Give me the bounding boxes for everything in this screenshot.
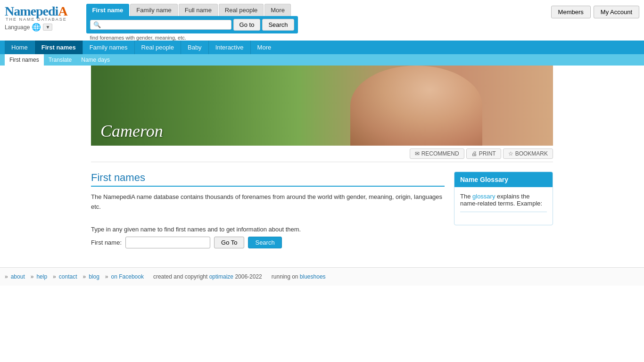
language-label: Language xyxy=(5,24,30,31)
tab-family-name[interactable]: Family name xyxy=(130,4,177,16)
hero-person-figure xyxy=(350,66,482,146)
nav-first-names[interactable]: First names xyxy=(35,41,83,54)
glossary-divider xyxy=(460,212,547,212)
print-button[interactable]: 🖨 PRINT xyxy=(466,148,501,159)
main-content: First names The NamepediA name database … xyxy=(91,162,553,267)
account-buttons: Members My Account xyxy=(551,6,639,18)
subnav-translate[interactable]: Translate xyxy=(44,54,77,66)
first-name-goto-button[interactable]: Go To xyxy=(214,237,244,248)
email-icon: ✉ xyxy=(415,150,420,157)
tab-first-name[interactable]: First name xyxy=(86,4,130,16)
recommend-button[interactable]: ✉ RECOMMEND xyxy=(410,148,464,159)
footer-sep-4: » xyxy=(105,273,108,280)
tab-more[interactable]: More xyxy=(264,4,291,16)
goto-button[interactable]: Go to xyxy=(233,19,261,31)
first-name-search-button[interactable]: Search xyxy=(248,237,281,248)
search-box: 🔍 Go to Search xyxy=(86,16,298,33)
recommend-label: RECOMMEND xyxy=(421,150,459,157)
tab-full-name[interactable]: Full name xyxy=(179,4,218,16)
bookmark-label: BOOKMARK xyxy=(515,150,548,157)
running-link[interactable]: blueshoes xyxy=(300,273,326,280)
sub-nav: First names Translate Name days xyxy=(0,54,644,66)
language-selector[interactable]: Language 🌐 ▼ xyxy=(5,23,67,32)
search-hint: find forenames with gender, meaning, etc… xyxy=(90,35,186,41)
first-name-input[interactable] xyxy=(125,237,210,248)
logo-subtitle: THE NAME DATABASE xyxy=(6,17,67,22)
intro-text: The NamepediA name database contains tho… xyxy=(91,192,445,212)
glossary-body: The glossary explains the name-related t… xyxy=(454,187,553,225)
my-account-button[interactable]: My Account xyxy=(594,6,639,18)
running-text: running on xyxy=(272,273,298,280)
footer-link-blog[interactable]: blog xyxy=(89,273,99,280)
sidebar: Name Glossary The glossary explains the … xyxy=(454,172,553,258)
nav-interactive[interactable]: Interactive xyxy=(209,41,251,54)
search-button[interactable]: Search xyxy=(262,19,294,31)
search-input-wrapper: 🔍 xyxy=(90,20,231,30)
hero-banner: Cameron xyxy=(91,66,553,146)
copyright-link[interactable]: optimaize xyxy=(209,273,233,280)
first-name-row: First name: Go To Search xyxy=(91,237,445,248)
footer-link-about[interactable]: about xyxy=(11,273,25,280)
hero-name: Cameron xyxy=(100,121,163,141)
tab-real-people[interactable]: Real people xyxy=(219,4,264,16)
search-icon: 🔍 xyxy=(93,21,101,28)
subnav-first-names[interactable]: First names xyxy=(5,54,44,66)
search-tabs: First name Family name Full name Real pe… xyxy=(86,4,291,16)
footer-sep-1: » xyxy=(31,273,34,280)
footer-sep-2: » xyxy=(53,273,56,280)
glossary-header: Name Glossary xyxy=(454,172,553,187)
account-area: Members My Account xyxy=(551,6,639,18)
main-nav: Home First names Family names Real peopl… xyxy=(0,41,644,54)
footer-sep-3: » xyxy=(83,273,86,280)
search-input[interactable] xyxy=(103,21,228,28)
print-icon: 🖨 xyxy=(471,150,477,157)
members-button[interactable]: Members xyxy=(551,6,591,18)
copyright-text: created and copyright xyxy=(153,273,207,280)
glossary-text-before: The xyxy=(460,193,472,200)
print-label: PRINT xyxy=(479,150,496,157)
footer-copyright: created and copyright optimaize 2006-202… xyxy=(153,273,262,280)
subnav-name-days[interactable]: Name days xyxy=(76,54,115,66)
actions-bar: ✉ RECOMMEND 🖨 PRINT ☆ BOOKMARK xyxy=(91,146,553,162)
site-logo[interactable]: NamepediA THE NAME DATABASE xyxy=(5,4,67,22)
content-area: First names The NamepediA name database … xyxy=(91,172,445,258)
nav-baby[interactable]: Baby xyxy=(181,41,209,54)
footer-running: running on blueshoes xyxy=(272,273,326,280)
first-name-label: First name: xyxy=(91,239,122,246)
footer-link-help[interactable]: help xyxy=(36,273,47,280)
footer-link-contact[interactable]: contact xyxy=(59,273,77,280)
page-title: First names xyxy=(91,172,445,187)
star-icon: ☆ xyxy=(508,150,513,157)
language-dropdown-arrow[interactable]: ▼ xyxy=(43,24,52,31)
nav-real-people[interactable]: Real people xyxy=(135,41,181,54)
footer-sep-0: » xyxy=(5,273,8,280)
footer-links: » about » help » contact » blog » on Fac… xyxy=(5,273,144,280)
footer-link-facebook[interactable]: on Facebook xyxy=(111,273,144,280)
glossary-box: Name Glossary The glossary explains the … xyxy=(454,172,553,225)
globe-icon: 🌐 xyxy=(32,23,41,32)
nav-more[interactable]: More xyxy=(251,41,278,54)
glossary-link[interactable]: glossary xyxy=(472,193,495,200)
footer: » about » help » contact » blog » on Fac… xyxy=(0,267,644,286)
copyright-years: 2006-2022 xyxy=(235,273,262,280)
search-area: First name Family name Full name Real pe… xyxy=(86,4,551,41)
type-instruction: Type in any given name to find first nam… xyxy=(91,226,445,233)
bookmark-button[interactable]: ☆ BOOKMARK xyxy=(503,148,553,159)
nav-home[interactable]: Home xyxy=(5,41,35,54)
nav-family-names[interactable]: Family names xyxy=(83,41,135,54)
